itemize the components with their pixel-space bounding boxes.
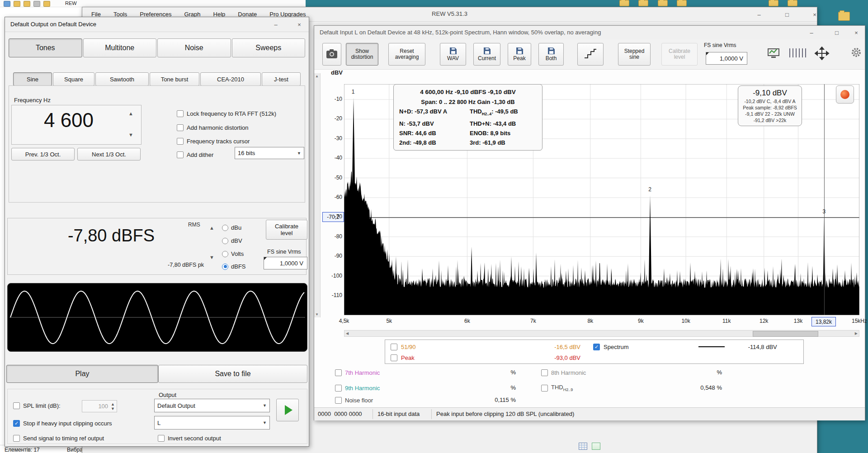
stepped-measure-button[interactable] — [577, 43, 604, 66]
folder-icon[interactable] — [33, 1, 40, 7]
desktop-folder-icon[interactable] — [638, 0, 648, 6]
minimize-button[interactable]: – — [749, 9, 769, 20]
save-both-button[interactable]: Both — [538, 43, 564, 66]
desktop-folder-icon[interactable] — [769, 0, 778, 6]
generator-titlebar[interactable]: Default Output on Default Device – × — [5, 17, 309, 32]
prev-third-octave-button[interactable]: Prev. 1/3 Oct. — [11, 148, 75, 160]
subtab-cea-2010[interactable]: CEA-2010 — [200, 72, 261, 86]
save-to-file-button[interactable]: Save to file — [158, 365, 307, 383]
spin-up-icon[interactable]: ▲ — [128, 111, 133, 117]
stepped-sine-button[interactable]: Stepped sine — [618, 43, 651, 66]
generator-minimize-button[interactable]: – — [266, 19, 285, 30]
harmonic-checkbox[interactable] — [541, 385, 548, 392]
calibrate-level-button[interactable]: Calibrate level — [266, 220, 307, 240]
spl-limit-checkbox[interactable] — [13, 402, 20, 409]
scrollbar-thumb[interactable] — [753, 331, 818, 337]
pan-zoom-icon[interactable] — [814, 47, 830, 62]
graph-layout-icon[interactable] — [788, 47, 809, 60]
spin-down-icon[interactable]: ▼ — [209, 255, 214, 260]
scroll-up-icon[interactable]: ▲ — [315, 74, 319, 78]
save-current-button[interactable]: Current — [473, 43, 500, 66]
settings-gear-icon[interactable] — [850, 47, 862, 60]
spl-limit-option[interactable]: SPL limit (dB): — [13, 402, 61, 409]
desktop-folder-icon[interactable] — [838, 12, 850, 21]
option-frequency-tracks-cursor[interactable]: Frequency tracks cursor — [177, 138, 250, 145]
unit-option-dbv[interactable]: dBV — [222, 237, 242, 244]
harmonic-checkbox[interactable] — [335, 385, 342, 392]
legend-checkbox[interactable] — [391, 354, 397, 361]
save-wav-button[interactable]: WAV — [440, 43, 466, 66]
details-view-icon[interactable] — [592, 443, 600, 450]
spectrum-minimize-button[interactable]: – — [802, 27, 821, 38]
show-distortion-button[interactable]: Show distortion — [346, 43, 378, 66]
calibrate-level-button[interactable]: Calibrate level — [661, 43, 698, 66]
harmonic-checkbox[interactable] — [541, 369, 548, 376]
checkbox[interactable] — [177, 151, 184, 158]
subtab-tone-burst[interactable]: Tone burst — [150, 72, 199, 86]
maximize-button[interactable]: □ — [777, 9, 797, 20]
unit-option-volts[interactable]: Volts — [222, 250, 244, 257]
tab-noise[interactable]: Noise — [157, 38, 231, 57]
radio-button[interactable] — [222, 264, 228, 270]
screenshot-button[interactable] — [322, 43, 341, 66]
stop-clipping-checkbox[interactable] — [13, 420, 20, 427]
graph-vertical-scrollbar[interactable]: ▲ ▼ — [314, 73, 321, 317]
table-view-icon[interactable] — [579, 443, 587, 450]
timing-ref-option[interactable]: Send signal to timing ref output — [13, 435, 104, 442]
generator-monitor-icon[interactable] — [767, 47, 780, 61]
tab-multitone[interactable]: Multitone — [83, 38, 157, 57]
subtab-j-test[interactable]: J-test — [262, 72, 301, 86]
folder-icon[interactable] — [14, 1, 20, 7]
level-spinner[interactable]: ▲ ▼ — [209, 225, 214, 260]
next-third-octave-button[interactable]: Next 1/3 Oct. — [77, 148, 141, 160]
stop-clipping-option[interactable]: Stop if heavy input clipping occurs — [13, 420, 112, 427]
frequency-spinner[interactable]: ▲ ▼ — [128, 111, 133, 138]
app-icon[interactable] — [4, 1, 10, 7]
checkbox[interactable] — [177, 138, 184, 145]
unit-option-dbfs[interactable]: dBFS — [222, 263, 246, 270]
invert-second-checkbox[interactable] — [158, 435, 165, 442]
tab-tones[interactable]: Tones — [9, 38, 82, 57]
checkbox[interactable] — [177, 124, 184, 131]
option-add-dither[interactable]: Add dither — [177, 151, 213, 158]
fs-sine-vrms-input[interactable]: 1,0000 V — [264, 257, 307, 269]
close-button[interactable]: × — [805, 9, 825, 20]
spectrum-trace-checkbox[interactable] — [593, 344, 600, 350]
radio-button[interactable] — [222, 238, 228, 244]
generator-close-button[interactable]: × — [290, 19, 309, 30]
play-button[interactable]: Play — [6, 365, 158, 383]
harmonic-checkbox[interactable] — [335, 369, 342, 376]
output-device-select[interactable]: Default Output▼ — [154, 399, 270, 412]
desktop-folder-icon[interactable] — [619, 0, 629, 6]
desktop-folder-icon[interactable] — [788, 0, 797, 6]
spectrum-titlebar[interactable]: Default Input L on Default Device at 48 … — [314, 26, 865, 40]
spin-up-icon[interactable]: ▲ — [209, 225, 214, 231]
spl-limit-field[interactable]: 100 ▲▼ — [82, 400, 117, 412]
subtab-square[interactable]: Square — [53, 72, 94, 86]
folder-icon[interactable] — [24, 1, 30, 7]
radio-button[interactable] — [222, 251, 228, 257]
checkbox[interactable] — [177, 110, 184, 117]
scroll-right-icon[interactable]: ▶ — [855, 331, 858, 335]
fs-sine-vrms-input[interactable]: 1,0000 V — [706, 52, 747, 65]
spectrum-maximize-button[interactable]: □ — [828, 27, 846, 38]
spin-down-icon[interactable]: ▼ — [128, 132, 133, 138]
radio-button[interactable] — [222, 225, 228, 231]
record-button[interactable] — [836, 85, 854, 104]
legend-checkbox[interactable] — [391, 344, 397, 350]
invert-second-option[interactable]: Invert second output — [158, 435, 221, 442]
unit-option-dbu[interactable]: dBu — [222, 224, 241, 231]
reset-averaging-button[interactable]: Reset averaging — [388, 43, 425, 66]
subtab-sawtooth[interactable]: Sawtooth — [95, 72, 149, 86]
scroll-down-icon[interactable]: ▼ — [315, 312, 319, 316]
harmonic-checkbox[interactable] — [335, 397, 342, 404]
spl-limit-spinner[interactable]: ▲▼ — [111, 402, 115, 411]
option-lock-frequency-to-rta-fft-512k-[interactable]: Lock frequency to RTA FFT (512k) — [177, 110, 276, 117]
option-add-harmonic-distortion[interactable]: Add harmonic distortion — [177, 124, 249, 131]
dither-bits-select[interactable]: 16 bits▼ — [235, 147, 304, 159]
desktop-folder-icon[interactable] — [677, 0, 687, 6]
tab-sweeps[interactable]: Sweeps — [232, 38, 306, 57]
save-peak-button[interactable]: Peak — [508, 43, 531, 66]
frequency-value[interactable]: 4 600 — [12, 109, 126, 132]
scroll-left-icon[interactable]: ◀ — [346, 331, 349, 335]
